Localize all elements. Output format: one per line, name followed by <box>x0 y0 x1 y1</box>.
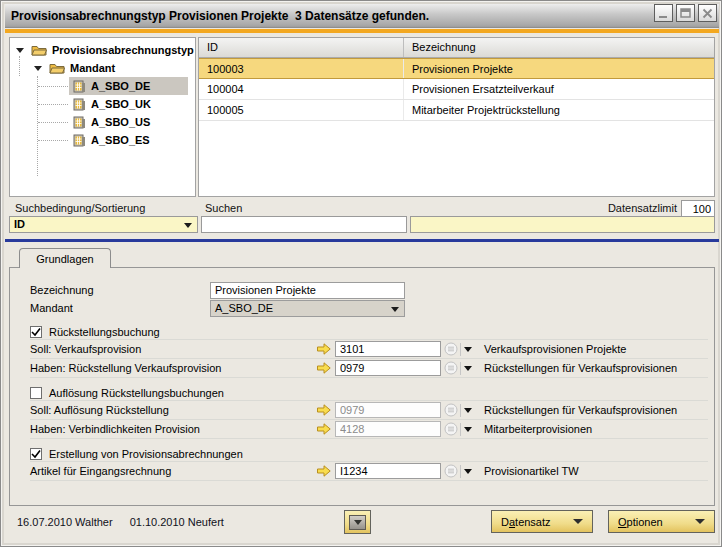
field-icon-cluster <box>444 422 472 436</box>
section-checkbox-label: Erstellung von Provisionsabrechnungen <box>49 448 243 460</box>
maximize-button[interactable] <box>676 4 695 22</box>
divider <box>460 343 461 356</box>
column-header-bezeichnung[interactable]: Bezeichnung <box>404 38 714 57</box>
field-dropdown-icon[interactable] <box>464 427 472 432</box>
title-bar[interactable]: Provisionsabrechnungstyp Provisionen Pro… <box>5 4 719 28</box>
form-section: Auflösung Rückstellungsbuchungen Soll: A… <box>30 385 708 439</box>
cell-id[interactable]: 100005 <box>199 100 404 120</box>
window-controls <box>654 4 717 22</box>
cell-bezeichnung[interactable]: Provisionen Ersatzteilverkauf <box>404 79 714 99</box>
field-icon-cluster <box>444 342 472 356</box>
table-row[interactable]: 100003 Provisionen Projekte <box>199 58 714 79</box>
search-condition-label: Suchbedingung/Sortierung <box>15 202 145 214</box>
tree-leaf-item[interactable]: A_SBO_DE <box>10 77 195 95</box>
tree-leaf-item[interactable]: A_SBO_UK <box>10 95 195 113</box>
chevron-down-icon[interactable] <box>184 223 192 228</box>
field-dropdown-icon[interactable] <box>464 408 472 413</box>
datensatz-button-label: Datensatz <box>501 516 573 528</box>
link-arrow-icon[interactable] <box>317 343 331 355</box>
close-button[interactable] <box>698 4 717 22</box>
minimize-button[interactable] <box>654 4 673 22</box>
chevron-down-icon[interactable] <box>391 307 399 312</box>
field-dropdown-icon[interactable] <box>464 469 472 474</box>
cell-bezeichnung[interactable]: Mitarbeiter Projektrückstellung <box>404 100 714 120</box>
tree-leaf-label: A_SBO_UK <box>91 98 151 110</box>
tree-node-label: Provisionsabrechnungstyp <box>52 44 194 56</box>
table-row[interactable]: 100005 Mitarbeiter Projektrückstellung <box>199 100 714 121</box>
folder-icon <box>49 62 65 74</box>
tree-leaf-item[interactable]: A_SBO_ES <box>10 131 195 149</box>
form-sections: Rückstellungsbuchung Soll: Verkaufsprovi… <box>30 324 708 481</box>
account-selector-icon[interactable] <box>444 422 458 436</box>
tree-leaf-label: A_SBO_ES <box>91 134 150 146</box>
cell-bezeichnung[interactable]: Provisionen Projekte <box>404 59 714 78</box>
tree-expander-icon[interactable] <box>34 66 42 71</box>
account-description: Verkaufsprovisionen Projekte <box>484 343 626 355</box>
account-code-input[interactable] <box>335 341 441 357</box>
company-icon <box>73 134 86 147</box>
field-label: Artikel für Eingangsrechnung <box>30 465 317 477</box>
bezeichnung-row: Bezeichnung <box>30 281 708 299</box>
account-selector-icon[interactable] <box>444 403 458 417</box>
section-checkbox[interactable] <box>30 448 42 460</box>
tree-connector-stub <box>38 140 68 141</box>
section-fields: Soll: Verkaufsprovision Verkaufsprovisio… <box>30 340 708 378</box>
field-icon-cluster <box>444 403 472 417</box>
link-arrow-icon[interactable] <box>317 362 331 374</box>
section-checkbox[interactable] <box>30 387 42 399</box>
field-label: Soll: Auflösung Rückstellung <box>30 404 317 416</box>
table-body: 100003 Provisionen Projekte 100004 Provi… <box>199 58 714 121</box>
link-arrow-icon[interactable] <box>317 423 331 435</box>
mandant-select[interactable]: A_SBO_DE <box>210 300 405 317</box>
company-icon <box>73 116 86 129</box>
table-header: ID Bezeichnung <box>199 38 714 58</box>
tree-leaf-list: A_SBO_DE A_SBO_UK A_SBO_US A_SBO_ES <box>10 77 195 149</box>
field-label: Haben: Rückstellung Verkaufsprovision <box>30 362 317 374</box>
audit-info: 16.07.2010 Walther 01.10.2010 Neufert <box>17 516 238 528</box>
account-description: Rückstellungen für Verkaufsprovisionen <box>484 404 677 416</box>
cell-id[interactable]: 100004 <box>199 79 404 99</box>
tree-node-mandant[interactable]: Mandant <box>10 59 195 77</box>
account-code-input[interactable] <box>335 402 441 418</box>
collapse-form-button[interactable] <box>344 510 371 534</box>
tree-expander-icon[interactable] <box>16 48 24 53</box>
field-dropdown-icon[interactable] <box>464 347 472 352</box>
check-icon <box>31 327 41 337</box>
check-icon <box>31 449 41 459</box>
tree-leaf-label: A_SBO_DE <box>91 80 150 92</box>
results-table: ID Bezeichnung 100003 Provisionen Projek… <box>198 37 715 197</box>
cell-id[interactable]: 100003 <box>199 59 404 78</box>
gold-accent-stripe <box>5 29 719 33</box>
datensatz-button[interactable]: Datensatz <box>491 510 593 533</box>
link-arrow-icon[interactable] <box>317 465 331 477</box>
tree-leaf-item[interactable]: A_SBO_US <box>10 113 195 131</box>
sort-condition-select[interactable]: ID <box>9 216 198 233</box>
tree-node-label: Mandant <box>70 62 115 74</box>
column-header-id[interactable]: ID <box>199 38 404 57</box>
tab-grundlagen[interactable]: Grundlagen <box>19 248 111 268</box>
search-extra-field[interactable] <box>410 216 715 233</box>
account-code-input[interactable] <box>335 463 441 479</box>
account-selector-icon[interactable] <box>444 464 458 478</box>
bezeichnung-input[interactable] <box>210 282 405 299</box>
tab-label: Grundlagen <box>36 253 94 265</box>
tree-connector-stub <box>38 86 68 87</box>
section-checkbox-label: Auflösung Rückstellungsbuchungen <box>49 387 224 399</box>
table-row[interactable]: 100004 Provisionen Ersatzteilverkauf <box>199 79 714 100</box>
search-input[interactable] <box>201 216 407 233</box>
account-selector-icon[interactable] <box>444 361 458 375</box>
account-selector-icon[interactable] <box>444 342 458 356</box>
mandant-label: Mandant <box>30 302 210 314</box>
section-fields: Soll: Auflösung Rückstellung Rückstellun… <box>30 401 708 439</box>
record-limit-input[interactable] <box>681 200 715 217</box>
account-code-input[interactable] <box>335 421 441 437</box>
optionen-button-label: Optionen <box>618 516 695 528</box>
account-field-row: Haben: Rückstellung Verkaufsprovision Rü… <box>30 359 708 378</box>
optionen-button[interactable]: Optionen <box>608 510 715 533</box>
link-arrow-icon[interactable] <box>317 404 331 416</box>
account-code-input[interactable] <box>335 360 441 376</box>
tree-node-provisionsabrechnungstyp[interactable]: Provisionsabrechnungstyp <box>10 41 195 59</box>
account-field-row: Soll: Verkaufsprovision Verkaufsprovisio… <box>30 340 708 359</box>
field-dropdown-icon[interactable] <box>464 366 472 371</box>
section-checkbox[interactable] <box>30 326 42 338</box>
